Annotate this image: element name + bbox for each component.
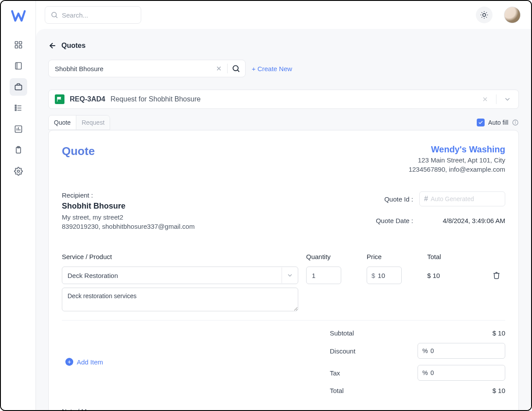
total-label: Total — [330, 387, 344, 394]
request-banner: REQ-3AD4 Request for Shobhit Bhosure — [48, 90, 519, 109]
currency-symbol: $ — [371, 272, 375, 279]
flag-icon — [55, 94, 64, 104]
delete-line-button[interactable] — [488, 267, 505, 284]
line-total: $ 10 — [427, 267, 480, 284]
chevron-down-icon — [282, 267, 297, 283]
quote-date-value: 4/8/2024, 3:49:06 AM — [419, 217, 505, 224]
chevron-down-icon — [503, 95, 511, 103]
autofill-label: Auto fill — [488, 119, 508, 126]
nav-settings[interactable] — [10, 162, 27, 180]
company-contact: 1234567890, info@example.com — [409, 166, 505, 173]
nav-contacts[interactable] — [10, 57, 27, 75]
info-icon[interactable] — [512, 119, 519, 126]
tab-request[interactable]: Request — [76, 115, 110, 130]
svg-line-30 — [486, 12, 487, 13]
nav-reports[interactable] — [10, 120, 27, 138]
service-select-value: Deck Restoration — [68, 272, 118, 279]
theme-toggle[interactable] — [476, 7, 493, 23]
hash-icon: # — [424, 195, 428, 203]
create-new-link[interactable]: + Create New — [252, 65, 292, 72]
recipient-label: Recipient : — [62, 191, 195, 199]
topbar — [36, 1, 531, 29]
svg-rect-3 — [19, 46, 21, 48]
svg-rect-0 — [15, 42, 18, 44]
x-icon — [215, 65, 222, 72]
svg-line-26 — [486, 17, 487, 18]
svg-point-22 — [483, 14, 486, 17]
add-item-label: Add Item — [77, 358, 103, 366]
svg-rect-12 — [15, 109, 16, 111]
app-logo — [11, 9, 26, 25]
clear-search-button[interactable] — [213, 63, 225, 74]
customer-search — [48, 60, 246, 77]
sun-icon — [480, 11, 489, 19]
note-label: Note / Message — [62, 407, 505, 410]
arrow-left-icon — [48, 41, 57, 50]
svg-rect-6 — [15, 85, 21, 90]
quote-id-field[interactable]: # — [419, 191, 505, 206]
nav-clipboard[interactable] — [10, 141, 27, 159]
svg-rect-1 — [19, 42, 21, 44]
svg-point-19 — [17, 170, 19, 173]
discount-input[interactable] — [430, 347, 500, 354]
tax-input-wrap[interactable]: % — [418, 365, 505, 381]
quantity-input[interactable] — [306, 267, 341, 284]
svg-point-40 — [515, 121, 516, 122]
check-icon — [478, 120, 483, 125]
svg-rect-11 — [15, 107, 16, 108]
recipient-name: Shobhit Bhosure — [62, 202, 195, 211]
company-name: Wendy's Washing — [409, 144, 505, 155]
price-input-wrap[interactable]: $ — [367, 267, 402, 284]
nav-tasks[interactable] — [10, 99, 27, 117]
percent-icon: % — [422, 369, 428, 376]
recipient-address: My street, my street2 — [62, 213, 195, 221]
col-total: Total — [427, 253, 480, 260]
trash-icon — [493, 271, 500, 279]
search-button[interactable] — [230, 63, 242, 74]
plus-icon: + — [65, 358, 73, 366]
percent-icon: % — [422, 347, 428, 354]
service-description[interactable] — [62, 288, 298, 311]
svg-rect-4 — [15, 63, 21, 69]
search-icon — [232, 64, 240, 73]
line-item: Deck Restoration $ — [62, 267, 505, 313]
expand-request-button[interactable] — [502, 94, 513, 105]
x-icon — [482, 96, 489, 103]
recipient-contact: 8392019230, shobhitbhosure337@gmail.com — [62, 223, 195, 230]
clear-request-button[interactable] — [479, 94, 491, 105]
breadcrumb-back[interactable]: Quotes — [48, 41, 519, 50]
add-item-button[interactable]: + Add Item — [65, 329, 103, 394]
nav-dashboard[interactable] — [10, 36, 27, 54]
tax-label: Tax — [330, 369, 340, 377]
customer-search-input[interactable] — [55, 65, 211, 72]
nav-jobs[interactable] — [10, 78, 27, 96]
quote-date-label: Quote Date : — [376, 217, 413, 224]
quote-card: Quote Wendy's Washing 123 Main Street, A… — [48, 130, 519, 410]
company-address: 123 Main Street, Apt 101, City — [409, 156, 505, 164]
svg-line-25 — [482, 12, 482, 13]
svg-rect-2 — [15, 46, 18, 48]
tabs: Quote Request — [48, 115, 110, 130]
tax-input[interactable] — [430, 369, 500, 376]
tab-quote[interactable]: Quote — [49, 115, 76, 130]
svg-line-29 — [482, 17, 482, 18]
search-icon — [50, 11, 58, 19]
request-id: REQ-3AD4 — [70, 95, 105, 103]
price-input[interactable] — [378, 272, 397, 279]
autofill-checkbox[interactable] — [477, 119, 485, 126]
svg-point-20 — [52, 12, 57, 17]
svg-rect-10 — [15, 105, 16, 106]
quote-id-input[interactable] — [431, 195, 500, 202]
global-search-input[interactable] — [62, 11, 136, 19]
discount-input-wrap[interactable]: % — [418, 343, 505, 359]
discount-label: Discount — [330, 347, 355, 355]
col-quantity: Quantity — [306, 253, 359, 260]
svg-line-35 — [238, 70, 239, 72]
total-value: $ 10 — [493, 387, 505, 394]
service-select[interactable]: Deck Restoration — [62, 267, 298, 284]
breadcrumb-label: Quotes — [61, 42, 86, 50]
user-avatar[interactable] — [504, 7, 521, 23]
sidebar — [1, 1, 36, 410]
col-price: Price — [367, 253, 419, 260]
global-search[interactable] — [45, 6, 141, 24]
